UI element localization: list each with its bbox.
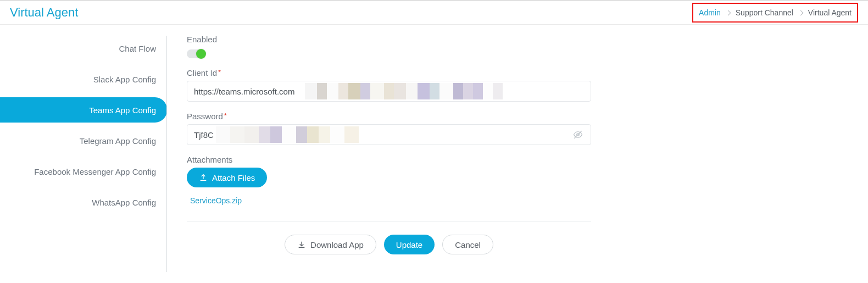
upload-icon [199, 173, 208, 182]
section-divider [187, 221, 591, 221]
sidebar-divider [166, 36, 167, 272]
client-id-label: Client Id [187, 68, 217, 77]
sidebar-item-facebook-messenger-app-config[interactable]: Facebook Messenger App Config [0, 159, 167, 184]
chevron-right-icon [798, 10, 803, 15]
breadcrumb-item-admin[interactable]: Admin [699, 8, 721, 17]
attached-file-link[interactable]: ServiceOps.zip [190, 196, 242, 205]
download-icon [297, 240, 306, 249]
main-area: Chat Flow Slack App Config Teams App Con… [0, 25, 868, 283]
eye-off-icon[interactable] [572, 130, 584, 140]
sidebar-item-chat-flow[interactable]: Chat Flow [0, 36, 167, 61]
update-button[interactable]: Update [384, 235, 435, 254]
password-input[interactable]: Tjf8C [187, 124, 591, 145]
update-label: Update [396, 240, 422, 249]
enabled-toggle[interactable] [187, 49, 205, 58]
action-row: Download App Update Cancel [187, 235, 591, 254]
download-app-button[interactable]: Download App [285, 235, 376, 254]
breadcrumb: Admin Support Channel Virtual Agent [692, 3, 858, 23]
field-attachments: Attachments Attach Files ServiceOps.zip [187, 155, 852, 206]
required-star: * [224, 112, 227, 120]
sidebar: Chat Flow Slack App Config Teams App Con… [0, 25, 167, 283]
breadcrumb-item-support-channel[interactable]: Support Channel [736, 8, 793, 17]
client-id-value: https://teams.microsoft.com [194, 87, 294, 96]
field-password: Password* Tjf8C [187, 112, 852, 145]
field-enabled: Enabled [187, 35, 852, 58]
password-label: Password [187, 112, 223, 121]
attach-files-label: Attach Files [212, 173, 255, 182]
sidebar-item-teams-app-config[interactable]: Teams App Config [0, 97, 167, 123]
sidebar-item-slack-app-config[interactable]: Slack App Config [0, 66, 167, 92]
cancel-button[interactable]: Cancel [442, 235, 493, 254]
sidebar-item-whatsapp-config[interactable]: WhatsApp Config [0, 190, 167, 215]
enabled-label: Enabled [187, 35, 217, 44]
download-app-label: Download App [310, 240, 364, 249]
attachments-label: Attachments [187, 155, 232, 164]
sidebar-item-telegram-app-config[interactable]: Telegram App Config [0, 128, 167, 153]
password-value: Tjf8C [194, 130, 214, 140]
cancel-label: Cancel [455, 240, 481, 249]
form-content: Enabled Client Id* https://teams.microso… [167, 25, 868, 283]
attach-files-button[interactable]: Attach Files [187, 168, 267, 187]
page-title: Virtual Agent [10, 5, 78, 20]
toggle-knob [196, 49, 206, 59]
required-star: * [218, 68, 221, 76]
breadcrumb-item-virtual-agent[interactable]: Virtual Agent [808, 8, 852, 17]
top-bar: Virtual Agent Admin Support Channel Virt… [0, 0, 868, 25]
client-id-input[interactable]: https://teams.microsoft.com [187, 81, 591, 102]
chevron-right-icon [725, 10, 731, 15]
field-client-id: Client Id* https://teams.microsoft.com [187, 68, 852, 102]
